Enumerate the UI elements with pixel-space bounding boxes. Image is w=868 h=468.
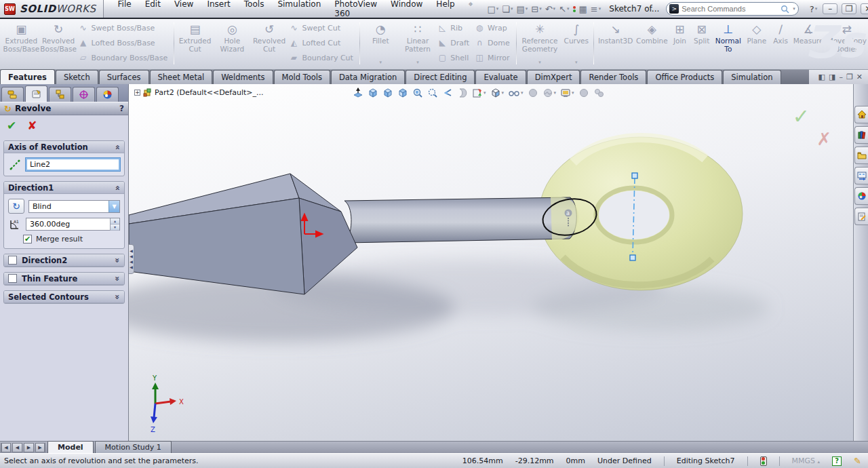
- dropdown-arrow-icon[interactable]: ▼: [108, 201, 119, 212]
- normal-to-button[interactable]: ⊥ Normal To: [713, 20, 743, 66]
- tab-features[interactable]: Features: [0, 69, 55, 84]
- home-tab[interactable]: [854, 106, 868, 123]
- collapse-icon[interactable]: »: [113, 144, 122, 150]
- options-button[interactable]: ≡▾: [589, 3, 602, 15]
- view-cube-front-icon[interactable]: [368, 87, 378, 98]
- direction2-group-header[interactable]: Direction2»: [4, 254, 124, 267]
- viewport-cancel-button[interactable]: ✗: [816, 129, 831, 149]
- axis-endpoint-handle[interactable]: [632, 173, 637, 178]
- section-view-icon[interactable]: [457, 87, 468, 98]
- custom-properties-tab[interactable]: [854, 208, 868, 225]
- tab-data-migration[interactable]: Data Migration: [331, 70, 405, 84]
- model-canvas[interactable]: a Y X Z: [129, 84, 853, 441]
- appearances-scenes-tab[interactable]: [854, 187, 868, 205]
- shaft-cylinder[interactable]: [344, 197, 576, 243]
- angle-spinner[interactable]: 360.00deg ▴▾: [26, 218, 120, 231]
- combine-button[interactable]: ◈ Combine: [635, 20, 669, 66]
- file-properties-button[interactable]: ▦: [578, 3, 589, 15]
- nav-prev-button[interactable]: ◀: [12, 443, 22, 452]
- boundary-cut-button[interactable]: ▰Boundary Cut: [289, 53, 353, 62]
- extruded-cut-button[interactable]: ▤ Extruded Cut: [176, 20, 214, 66]
- axis-selection-field[interactable]: Line2: [26, 158, 120, 171]
- tab-evaluate[interactable]: Evaluate: [475, 70, 526, 84]
- menu-photoview360[interactable]: PhotoView 360: [328, 0, 383, 20]
- selected-contours-group-header[interactable]: Selected Contours»: [4, 291, 124, 303]
- model-tab[interactable]: Model: [47, 441, 94, 453]
- print-button[interactable]: ⊟▾: [530, 3, 542, 15]
- doc-minimize-button[interactable]: –: [839, 73, 843, 81]
- wrap-button[interactable]: ◍Wrap: [475, 23, 510, 33]
- swept-boss-base-button[interactable]: ∿Swept Boss/Base: [79, 23, 168, 33]
- property-manager-tab[interactable]: [25, 85, 47, 102]
- tree-expand-icon[interactable]: +: [134, 90, 140, 96]
- feature-manager-tab[interactable]: [1, 87, 24, 102]
- display-manager-tab[interactable]: [96, 87, 119, 102]
- rebuild-stoplight-icon[interactable]: [760, 456, 767, 466]
- dimxpert-manager-tab[interactable]: [73, 87, 95, 102]
- hole-wizard-button[interactable]: ◎ Hole Wizard: [214, 20, 251, 66]
- revolved-boss-base-button[interactable]: ↻ Revolved Boss/Base: [40, 20, 77, 66]
- view-settings-icon[interactable]: ▾: [560, 87, 574, 98]
- search-commands-box[interactable]: > ▾: [666, 2, 799, 16]
- collapse-right-icon[interactable]: ◨: [829, 73, 835, 81]
- tag-quill-icon[interactable]: ✎: [854, 456, 861, 466]
- expand-icon[interactable]: »: [113, 276, 122, 281]
- hide-show-items-icon[interactable]: ▾: [508, 87, 524, 98]
- search-dropdown-icon[interactable]: ▾: [793, 6, 795, 12]
- collapse-icon[interactable]: »: [113, 185, 122, 191]
- tab-sketch[interactable]: Sketch: [56, 70, 98, 84]
- view-cube-trimetric-icon[interactable]: [397, 87, 408, 98]
- linear-pattern-button[interactable]: ∷ Linear Pattern▾: [399, 20, 437, 66]
- tab-mold-tools[interactable]: Mold Tools: [274, 70, 330, 84]
- zoom-to-area-icon[interactable]: [427, 87, 438, 98]
- minimize-button[interactable]: –: [823, 3, 837, 14]
- doc-close-button[interactable]: ✕: [856, 73, 863, 81]
- file-explorer-tab[interactable]: [854, 147, 868, 164]
- split-button[interactable]: ⊠ Split: [690, 20, 713, 66]
- menu-help[interactable]: Help: [430, 0, 460, 20]
- search-input[interactable]: [682, 5, 778, 13]
- apply-scene-icon[interactable]: ▾: [542, 87, 557, 98]
- configuration-manager-tab[interactable]: [49, 87, 71, 102]
- thin-feature-group-header[interactable]: Thin Feature»: [4, 273, 124, 285]
- spin-down-icon[interactable]: ▾: [111, 225, 119, 231]
- end-condition-dropdown[interactable]: Blind ▼: [28, 200, 120, 213]
- rib-button[interactable]: ◺Rib: [437, 23, 469, 33]
- save-button[interactable]: ▤▾: [515, 3, 529, 15]
- tab-sheet-metal[interactable]: Sheet Metal: [150, 70, 213, 84]
- lofted-boss-base-button[interactable]: ▲Lofted Boss/Base: [79, 38, 168, 47]
- nav-last-button[interactable]: ▶: [35, 443, 45, 452]
- magnifier-icon[interactable]: [781, 5, 789, 14]
- menu-edit[interactable]: Edit: [139, 0, 167, 20]
- design-library-tab[interactable]: [854, 126, 868, 144]
- lofted-cut-button[interactable]: ◭Lofted Cut: [289, 38, 353, 47]
- quick-tips-icon[interactable]: ?: [832, 456, 842, 466]
- reference-geometry-button[interactable]: ✳ Reference Geometry▾: [519, 20, 561, 66]
- reverse-direction-button[interactable]: ↻: [8, 199, 24, 214]
- view-palette-tab[interactable]: [854, 167, 868, 184]
- restore-button[interactable]: ❐: [842, 3, 856, 14]
- previous-view-icon[interactable]: [442, 87, 453, 98]
- viewport-ok-button[interactable]: ✓: [793, 104, 810, 128]
- tab-render-tools[interactable]: Render Tools: [580, 70, 646, 84]
- new-document-button[interactable]: □▾: [486, 3, 500, 15]
- camera-icon[interactable]: [578, 87, 589, 98]
- merge-result-checkbox[interactable]: ✔: [23, 235, 32, 243]
- pm-cancel-button[interactable]: ✘: [27, 119, 37, 132]
- instant3d-button[interactable]: ↘ Instant3D: [596, 20, 635, 66]
- doc-restore-button[interactable]: ❐: [846, 73, 853, 81]
- tab-weldments[interactable]: Weldments: [213, 70, 273, 84]
- graphics-viewport[interactable]: a Y X Z + Part2 (: [129, 84, 853, 441]
- nav-next-button[interactable]: ▶: [24, 443, 34, 452]
- view-cube-iso-icon[interactable]: [382, 87, 393, 98]
- nav-first-button[interactable]: ◀: [1, 443, 11, 452]
- join-button[interactable]: ⊞ Join: [669, 20, 690, 66]
- boundary-boss-base-button[interactable]: ▱Boundary Boss/Base: [79, 53, 168, 62]
- curves-button[interactable]: ∫ Curves▾: [561, 20, 591, 66]
- dome-button[interactable]: ∩Dome: [475, 38, 510, 47]
- menu-window[interactable]: Window: [384, 0, 429, 20]
- axis-endpoint-handle[interactable]: [630, 255, 635, 260]
- rebuild-button[interactable]: [572, 5, 577, 13]
- select-button[interactable]: ↖▾: [557, 3, 570, 15]
- undo-button[interactable]: ↶▾: [544, 3, 557, 15]
